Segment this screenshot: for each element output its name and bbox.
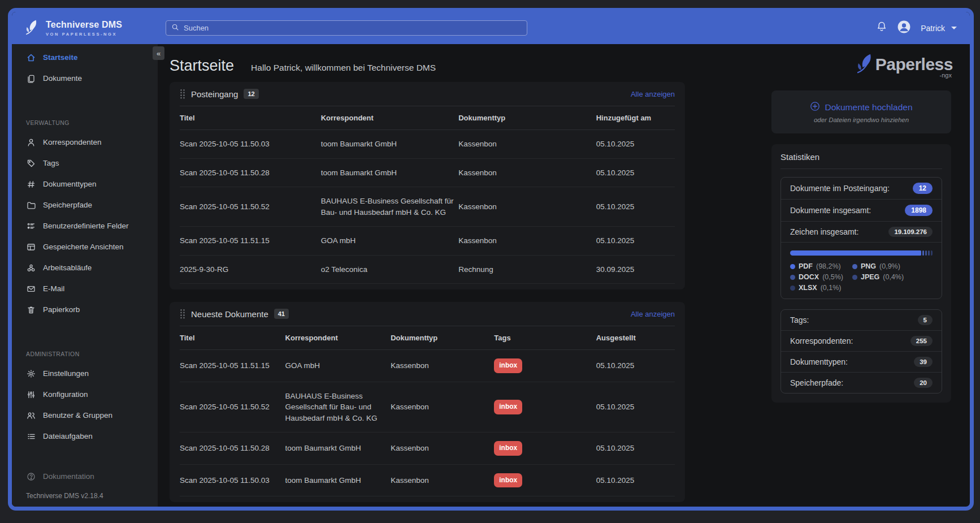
app-brand[interactable]: Techniverse DMS VON PAPERLESS-NGX — [12, 19, 158, 38]
table-row[interactable]: Scan 2025-10-05 11.51.15 GOA mbH Kassenb… — [180, 350, 675, 382]
sidebar-item-label: Einstellungen — [43, 369, 89, 378]
chevron-down-icon[interactable] — [951, 27, 957, 29]
file-type-dot — [790, 275, 795, 280]
sidebar-item-dokumente[interactable]: Dokumente — [12, 68, 158, 89]
sidebar-item-label: Benutzerdefinierte Felder — [43, 222, 129, 230]
file-type-name: PNG — [861, 262, 876, 270]
sidebar-item-startseite[interactable]: Startseite — [12, 47, 158, 68]
table-row[interactable]: 2025-9-30-RG o2 Teleconica Rechnung 30.0… — [180, 255, 675, 284]
sidebar-item-tags[interactable]: Tags — [12, 153, 158, 174]
column-header-titel[interactable]: Titel — [180, 106, 321, 130]
legend-item: XLSX (0,1%) — [790, 284, 843, 292]
file-type-dot — [790, 264, 795, 269]
tag-badge-inbox[interactable]: inbox — [494, 473, 522, 487]
cell-issued: 05.10.2025 — [596, 382, 675, 433]
cell-correspondent: toom Baumarkt GmbH — [321, 130, 459, 159]
recent-show-all-link[interactable]: Alle anzeigen — [631, 310, 675, 318]
inbox-widget: Posteingang 12 Alle anzeigen Titel Korre… — [170, 82, 685, 289]
sidebar-item-benutzer-gruppen[interactable]: Benutzer & Gruppen — [12, 405, 158, 426]
sidebar-item-benutzerdefinierte-felder[interactable]: Benutzerdefinierte Felder — [12, 215, 158, 236]
column-header-hinzugefuegt[interactable]: Hinzugefügt am — [596, 106, 675, 130]
table-row[interactable]: Scan 2025-10-05 11.50.28 toom Baumarkt G… — [180, 158, 675, 187]
sidebar-item-dokumenttypen[interactable]: Dokumenttypen — [12, 174, 158, 194]
sidebar-item-einstellungen[interactable]: Einstellungen — [12, 363, 158, 384]
inbox-show-all-link[interactable]: Alle anzeigen — [631, 90, 675, 98]
sidebar-item-dokumentation[interactable]: Dokumentation — [12, 466, 158, 487]
plus-circle-icon — [810, 101, 820, 114]
stat-value-badge: 5 — [918, 315, 933, 325]
stat-label: Zeichen insgesamt: — [790, 227, 858, 236]
file-type-pct: (0,1%) — [821, 284, 842, 292]
sidebar: Startseite Dokumente VERWALTUNG — [12, 44, 158, 507]
cell-issued: 05.10.2025 — [596, 433, 675, 464]
sidebar-item-label: Dateiaufgaben — [43, 432, 93, 440]
upload-dropzone[interactable]: Dokumente hochladen oder Dateien irgendw… — [771, 90, 951, 133]
sidebar-collapse-button[interactable]: « — [153, 46, 164, 60]
stat-row: Dokumente im Posteingang: 12 — [781, 178, 942, 200]
table-row[interactable]: Scan 2025-10-05 11.50.28 toom Baumarkt G… — [180, 433, 675, 464]
sidebar-item-gespeicherte-ansichten[interactable]: Gespeicherte Ansichten — [12, 236, 158, 257]
page-header: Startseite Hallo Patrick, willkommen bei… — [170, 53, 970, 78]
drag-handle-icon[interactable] — [180, 309, 185, 319]
top-bar: Techniverse DMS VON PAPERLESS-NGX — [12, 12, 970, 44]
table-row[interactable]: Scan 2025-10-05 11.50.03 toom Baumarkt G… — [180, 130, 675, 159]
cell-type: Kassenbon — [458, 130, 596, 159]
sidebar-item-speicherpfade[interactable]: Speicherpfade — [12, 194, 158, 215]
cell-type: Rechnung — [458, 255, 596, 284]
column-header-dokumenttyp[interactable]: Dokumenttyp — [458, 106, 596, 130]
task-list-icon — [26, 432, 36, 441]
folder-icon — [26, 201, 36, 210]
documents-icon — [26, 74, 36, 83]
cell-type: Kassenbon — [458, 158, 596, 187]
table-row[interactable]: Scan 2025-10-05 11.51.15 GOA mbH Kassenb… — [180, 227, 675, 256]
search-input[interactable] — [184, 24, 522, 32]
column-header-korrespondent[interactable]: Korrespondent — [285, 326, 391, 350]
sidebar-item-arbeitsablaeufe[interactable]: Arbeitsabläufe — [12, 257, 158, 278]
sidebar-item-email[interactable]: E-Mail — [12, 278, 158, 299]
column-header-korrespondent[interactable]: Korrespondent — [321, 106, 459, 130]
file-type-pct: (0,5%) — [822, 273, 843, 281]
cell-issued: 05.10.2025 — [596, 464, 675, 496]
cell-added: 30.09.2025 — [596, 255, 675, 284]
brand-text: Techniverse DMS VON PAPERLESS-NGX — [46, 20, 122, 37]
sidebar-item-label: Papierkorb — [43, 305, 80, 314]
tag-badge-inbox[interactable]: inbox — [494, 358, 522, 373]
inbox-widget-header: Posteingang 12 Alle anzeigen — [180, 82, 675, 106]
workflows-icon — [26, 263, 36, 273]
sidebar-item-korrespondenten[interactable]: Korrespondenten — [12, 132, 158, 153]
search-icon — [171, 23, 179, 33]
column-header-titel[interactable]: Titel — [180, 326, 285, 350]
cell-type: Kassenbon — [391, 433, 494, 464]
sidebar-item-konfiguration[interactable]: Konfiguration — [12, 384, 158, 405]
column-header-ausgestellt[interactable]: Ausgestellt — [596, 326, 675, 350]
gear-icon — [26, 369, 36, 378]
paperless-ngx-suffix: -ngx — [940, 72, 952, 79]
cell-type: Kassenbon — [458, 227, 596, 256]
column-header-dokumenttyp[interactable]: Dokumenttyp — [391, 326, 494, 350]
drag-handle-icon[interactable] — [180, 89, 185, 99]
stat-value-badge: 255 — [910, 336, 933, 346]
user-name[interactable]: Patrick — [921, 24, 945, 33]
file-type-dot — [852, 275, 857, 280]
column-header-tags[interactable]: Tags — [494, 326, 596, 350]
global-search[interactable] — [166, 20, 527, 36]
cell-correspondent: o2 Teleconica — [321, 255, 459, 284]
cell-correspondent: GOA mbH — [321, 227, 459, 256]
tag-badge-inbox[interactable]: inbox — [494, 400, 522, 414]
top-right-controls: Patrick — [876, 20, 970, 36]
bell-icon[interactable] — [876, 21, 887, 35]
table-row[interactable]: Scan 2025-10-05 11.50.03 toom Baumarkt G… — [180, 464, 675, 496]
tag-badge-inbox[interactable]: inbox — [494, 441, 522, 455]
table-row[interactable]: Scan 2025-10-05 11.50.52 BAUHAUS E-Busin… — [180, 187, 675, 227]
file-type-chart: PDF (98,2%) PNG (0,9%) — [781, 243, 942, 299]
table-row[interactable]: Scan 2025-10-05 11.50.52 BAUHAUS E-Busin… — [180, 382, 675, 433]
sidebar-item-dateiaufgaben[interactable]: Dateiaufgaben — [12, 426, 158, 447]
legend-item: JPEG (0,4%) — [852, 273, 904, 281]
stat-label: Tags: — [790, 315, 809, 325]
sidebar-item-papierkorb[interactable]: Papierkorb — [12, 299, 158, 320]
user-avatar[interactable] — [897, 20, 911, 36]
cell-title: Scan 2025-10-05 11.50.03 — [180, 464, 285, 496]
recent-widget-title: Neueste Dokumente — [191, 309, 268, 319]
stat-label: Speicherpfade: — [790, 378, 843, 387]
file-type-name: XLSX — [799, 284, 817, 292]
